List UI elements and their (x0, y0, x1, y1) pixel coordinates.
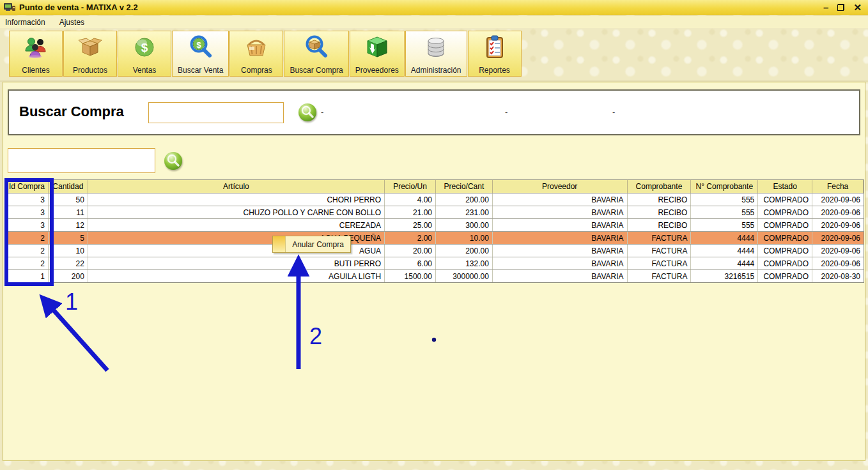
column-header: Precio/Un (385, 180, 436, 193)
table-row[interactable]: 222BUTI PERRO6.00132.00BAVARIAFACTURA444… (6, 257, 864, 269)
column-header: N° Comprobante (691, 180, 758, 193)
toolbar-button-compras[interactable]: Compras (229, 31, 283, 77)
table-cell: 555 (691, 219, 758, 231)
table-cell: 22 (49, 257, 88, 269)
menu-bar: Información Ajustes (0, 16, 868, 28)
buscar-compra-panel: Buscar Compra - - - (8, 89, 860, 135)
table-cell: COMPRADO (758, 219, 812, 231)
table-cell: 11 (49, 206, 88, 218)
table-cell: FACTURA (628, 245, 692, 257)
toolbar-button-productos[interactable]: Productos (63, 31, 117, 77)
table-cell: 300.00 (436, 219, 493, 231)
table-cell: 12 (49, 219, 88, 231)
table-cell: 6.00 (385, 257, 436, 269)
table-row[interactable]: 312CEREZADA25.00300.00BAVARIARECIBO555CO… (6, 218, 864, 231)
table-cell: RECIBO (628, 193, 692, 206)
table-cell: CEREZADA (88, 219, 385, 231)
title-bar: Punto de venta - MATIXA v 2.2 – ✕ (0, 0, 868, 15)
quick-search-button[interactable] (163, 151, 183, 171)
column-header: Comprobante (628, 180, 692, 193)
table-cell: COMPRADO (758, 206, 812, 218)
column-header: Fecha (812, 180, 864, 193)
svg-text:$: $ (196, 40, 201, 50)
table-cell: 2020-08-30 (812, 270, 864, 282)
toolbar-button-label: Clientes (22, 66, 49, 75)
suppliers-box-icon (364, 33, 390, 63)
table-row[interactable]: 1200AGUILA LIGTH1500.00300000.00BAVARIAF… (6, 269, 864, 282)
toolbar-button-label: Compras (241, 66, 272, 75)
table-cell: 2.00 (385, 232, 436, 244)
toolbar-button-ventas[interactable]: $Ventas (118, 31, 171, 77)
table-cell: BAVARIA (493, 245, 628, 257)
table-cell: 3 (6, 219, 49, 231)
toolbar-button-label: Reportes (479, 66, 510, 75)
toolbar-button-proveedores[interactable]: Proveedores (350, 31, 405, 77)
toolbar-button-clientes[interactable]: Clientes (9, 31, 63, 77)
table-cell: BAVARIA (493, 232, 628, 244)
panel-title: Buscar Compra (19, 103, 124, 120)
column-header: Id Compra (6, 180, 49, 193)
table-cell: 5 (49, 232, 88, 244)
column-header: Precio/Cant (436, 180, 493, 193)
table-cell: FACTURA (628, 270, 692, 282)
table-cell: 50 (49, 193, 88, 206)
table-cell: COMPRADO (758, 232, 812, 244)
reports-clipboard-icon (482, 33, 508, 63)
search-button[interactable] (297, 102, 318, 123)
placeholder-dash: - (612, 107, 615, 117)
quick-filter-input[interactable] (8, 148, 155, 173)
table-cell: FACTURA (628, 232, 692, 244)
table-row[interactable]: 350CHORI PERRO4.00200.00BAVARIARECIBO555… (6, 193, 864, 206)
toolbar-button-buscar-compra[interactable]: Buscar Compra (284, 31, 348, 77)
green-search-icon (163, 151, 183, 171)
table-cell: BAVARIA (493, 257, 628, 269)
table-cell: BAVARIA (493, 219, 628, 231)
table-cell: 4444 (691, 232, 758, 244)
toolbar-button-label: Administración (411, 66, 461, 75)
green-search-icon (297, 102, 318, 123)
table-cell: 25.00 (385, 219, 436, 231)
close-icon[interactable]: ✕ (853, 3, 862, 12)
table-cell: 20.00 (385, 245, 436, 257)
table-row[interactable]: 210AGUA20.00200.00BAVARIAFACTURA4444COMP… (6, 244, 864, 257)
search-purchase-icon (304, 33, 329, 63)
column-header: Cantidad (49, 180, 88, 193)
table-cell: 3 (6, 206, 49, 218)
table-cell: CHUZO POLLO Y CARNE CON BOLLO (88, 206, 385, 218)
minimize-icon[interactable]: – (823, 3, 828, 12)
table-cell: RECIBO (628, 219, 692, 231)
table-cell: 2020-09-06 (812, 257, 864, 269)
buscar-compra-input[interactable] (148, 102, 284, 123)
table-cell: COMPRADO (758, 245, 812, 257)
toolbar-button-label: Proveedores (355, 66, 399, 75)
app-icon (4, 3, 15, 12)
menu-item-informacion[interactable]: Información (5, 18, 45, 27)
table-row[interactable]: 311CHUZO POLLO Y CARNE CON BOLLO21.00231… (6, 206, 864, 218)
table-cell: BAVARIA (493, 193, 628, 206)
context-menu: Anular Compra (272, 236, 351, 253)
toolbar-button-administraci-n[interactable]: Administración (405, 31, 467, 77)
restore-icon[interactable] (837, 4, 844, 11)
menu-item-ajustes[interactable]: Ajustes (59, 18, 84, 27)
table-cell: COMPRADO (758, 257, 812, 269)
table-bottom-border (6, 282, 864, 283)
toolbar-button-reportes[interactable]: Reportes (468, 31, 522, 77)
window-title: Punto de venta - MATIXA v 2.2 (19, 3, 138, 12)
table-cell: 10.00 (436, 232, 493, 244)
column-header: Proveedor (493, 180, 628, 193)
anular-compra-menu-item[interactable]: Anular Compra (286, 236, 350, 252)
table-cell: BAVARIA (493, 206, 628, 218)
table-cell: 4444 (691, 245, 758, 257)
toolbar-button-buscar-venta[interactable]: $ Buscar Venta (172, 31, 229, 77)
app-window: Punto de venta - MATIXA v 2.2 – ✕ Inform… (0, 0, 868, 470)
column-header: Artículo (88, 180, 385, 193)
menu-item-icon (273, 236, 286, 252)
svg-text:$: $ (141, 41, 148, 54)
table-row[interactable]: 25AGUA PEQUEÑA2.0010.00BAVARIAFACTURA444… (6, 231, 864, 244)
table-cell: 1500.00 (385, 270, 436, 282)
table-cell: BAVARIA (493, 270, 628, 282)
table-cell: 555 (691, 193, 758, 206)
table-cell: RECIBO (628, 206, 692, 218)
table-cell: 2 (6, 232, 49, 244)
table-cell: 132.00 (436, 257, 493, 269)
